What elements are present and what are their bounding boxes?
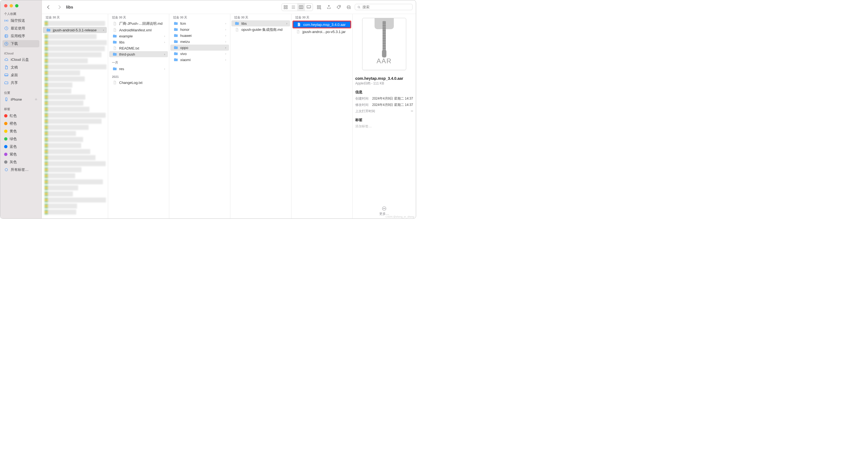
view-list-button[interactable]: [289, 4, 297, 11]
add-tags-field[interactable]: 添加标签…: [355, 124, 413, 129]
svg-point-20: [348, 7, 348, 7]
watermark: CSDN @sheng_er_sheng: [385, 216, 414, 218]
group-by-button[interactable]: [315, 4, 323, 11]
folder-icon: [174, 58, 178, 62]
sidebar-item-applications[interactable]: 应用程序: [2, 32, 39, 40]
sidebar-tag-green[interactable]: 绿色: [2, 135, 39, 142]
folder-row[interactable]: vivo›: [170, 51, 229, 57]
column-body[interactable]: jpush-android-5.3.1-release›: [42, 20, 108, 219]
svg-rect-11: [286, 7, 287, 9]
redacted-item: [44, 95, 85, 100]
file-icon: [297, 22, 301, 27]
column-body[interactable]: fcm›honor›huawei›meizu›oppo›vivo›xiaomi›: [169, 20, 230, 219]
folder-row[interactable]: example›: [109, 33, 168, 39]
folder-row[interactable]: jpush-android-5.3.1-release›: [43, 27, 107, 33]
file-row[interactable]: jpush-androi…po-v5.3.1.jar: [292, 29, 351, 35]
sidebar-tag-blue[interactable]: 蓝色: [2, 143, 39, 150]
all-tags-icon: [4, 167, 8, 172]
sidebar-item-label: 共享: [11, 80, 18, 85]
sidebar-all-tags[interactable]: 所有标签…: [2, 166, 39, 173]
tags-button[interactable]: [335, 4, 343, 11]
annotation-highlight: com.heytap.msp_3.4.0.aar: [292, 21, 351, 28]
close-window-button[interactable]: [4, 4, 7, 7]
preview-created-row: 创建时间 2024年4月9日 星期二 14:37: [355, 96, 413, 101]
redacted-item: [44, 89, 71, 94]
row-label: jpush-androi…po-v5.3.1.jar: [303, 30, 348, 34]
sidebar-tag-purple[interactable]: 紫色: [2, 151, 39, 158]
sidebar-tags-header: 标签: [2, 107, 39, 112]
file-row[interactable]: README.txt: [109, 45, 168, 51]
finder-window: 个人收藏 隔空投送 最近使用 应用程序 下载 iCloud iClou: [0, 0, 416, 219]
sidebar-item-documents[interactable]: 文稿: [2, 64, 39, 71]
redacted-item: [44, 149, 90, 154]
folder-row[interactable]: third-push›: [109, 51, 168, 57]
column-body[interactable]: com.heytap.msp_3.4.0.aarjpush-androi…po-…: [291, 20, 352, 219]
row-label: oppo: [180, 46, 223, 50]
column-body[interactable]: libs›opush-guide-集成指南.md: [230, 20, 291, 219]
chevron-right-icon: ›: [103, 28, 104, 32]
file-row[interactable]: com.heytap.msp_3.4.0.aar: [293, 22, 350, 28]
sidebar-favorites: 个人收藏 隔空投送 最近使用 应用程序 下载: [0, 12, 41, 52]
minimize-window-button[interactable]: [10, 4, 13, 7]
sidebar-item-label: 文稿: [11, 65, 18, 70]
sidebar-item-iclouddrive[interactable]: iCloud 云盘: [2, 56, 39, 63]
folder-row[interactable]: libs›: [231, 20, 290, 26]
forward-button[interactable]: [55, 4, 63, 11]
file-row[interactable]: ChangeLog.txt: [109, 79, 168, 86]
folder-row[interactable]: meizu›: [170, 38, 229, 44]
zoom-window-button[interactable]: [15, 4, 19, 7]
folder-row[interactable]: oppo›: [170, 44, 229, 51]
tag-dot-icon: [4, 114, 7, 118]
redacted-item: [44, 64, 106, 69]
finder-main: libs 过去 30 天 jpush-android-5.3.1-release…: [42, 0, 416, 219]
search-field[interactable]: [355, 4, 412, 10]
chevron-right-icon: ›: [286, 22, 287, 25]
sidebar-tag-red[interactable]: 红色: [2, 112, 39, 119]
folder-row[interactable]: libs›: [109, 39, 168, 45]
row-label: libs: [241, 22, 284, 26]
folder-row[interactable]: res›: [109, 66, 168, 72]
sidebar-item-shared[interactable]: 共享: [2, 79, 39, 86]
folder-row[interactable]: huawei›: [170, 32, 229, 38]
column-subheader: 一月: [108, 57, 169, 66]
preview-more[interactable]: 更多…: [352, 206, 416, 216]
eject-icon[interactable]: [34, 97, 38, 101]
folder-icon: [113, 67, 117, 71]
sidebar-item-iphone[interactable]: iPhone: [2, 96, 39, 103]
column-body[interactable]: 厂商-JPush-…回调说明.mdAndroidManifest.xmlexam…: [108, 20, 169, 219]
view-icons-button[interactable]: [282, 4, 289, 11]
svg-point-6: [6, 100, 6, 100]
row-label: fcm: [180, 22, 223, 26]
file-row[interactable]: 厂商-JPush-…回调说明.md: [109, 20, 168, 27]
svg-point-21: [348, 7, 349, 7]
row-label: libs: [119, 40, 162, 44]
folder-row[interactable]: honor›: [170, 26, 229, 32]
sidebar-tag-orange[interactable]: 橙色: [2, 120, 39, 127]
view-mode-group: [282, 3, 313, 11]
sidebar-locations-header: 位置: [2, 91, 39, 96]
sidebar-favorites-header: 个人收藏: [2, 12, 39, 17]
back-button[interactable]: [45, 4, 53, 11]
file-row[interactable]: opush-guide-集成指南.md: [231, 26, 290, 33]
doc-icon: [4, 65, 8, 70]
row-label: huawei: [180, 34, 223, 38]
sidebar-item-label: 蓝色: [10, 144, 17, 149]
actions-button[interactable]: [345, 4, 352, 11]
redacted-item: [44, 173, 75, 178]
folder-row[interactable]: fcm›: [170, 20, 229, 26]
column-subheader: 2021: [108, 72, 169, 79]
sidebar-item-recents[interactable]: 最近使用: [2, 25, 39, 32]
search-input[interactable]: [363, 5, 410, 9]
file-row[interactable]: AndroidManifest.xml: [109, 27, 168, 33]
sidebar-item-desktop[interactable]: 桌面: [2, 71, 39, 79]
sidebar-item-airdrop[interactable]: 隔空投送: [2, 17, 39, 24]
view-gallery-button[interactable]: [305, 4, 313, 11]
redacted-item: [44, 209, 76, 215]
folder-row[interactable]: xiaomi›: [170, 57, 229, 63]
sidebar-tag-yellow[interactable]: 黄色: [2, 128, 39, 135]
view-columns-button[interactable]: [297, 4, 305, 11]
sidebar-tag-gray[interactable]: 灰色: [2, 158, 39, 166]
sidebar-item-downloads[interactable]: 下载: [2, 40, 39, 47]
row-label: ChangeLog.txt: [119, 80, 165, 85]
share-button[interactable]: [325, 4, 333, 11]
